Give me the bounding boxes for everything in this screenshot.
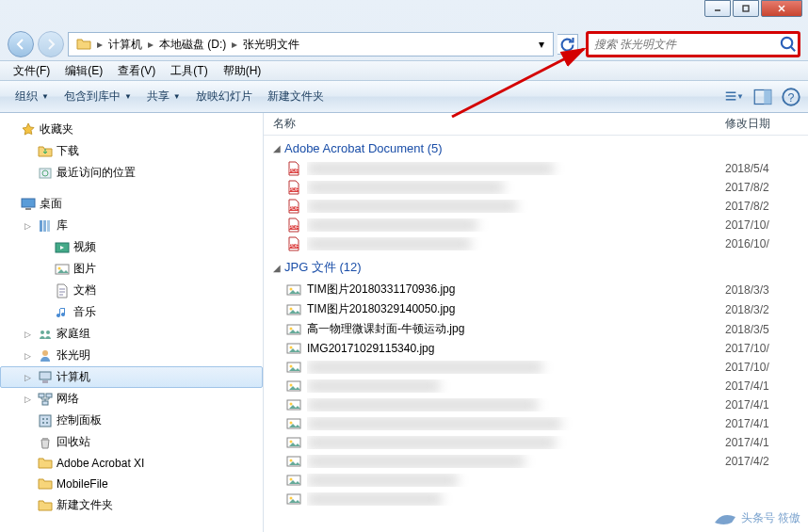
sidebar-item-图片[interactable]: 图片 (0, 258, 263, 280)
expand-icon[interactable] (21, 499, 34, 512)
expand-icon[interactable]: ▷ (21, 371, 34, 384)
file-row[interactable]: TIM图片20180329140050.jpg2018/3/2 (264, 299, 808, 319)
expand-icon[interactable]: ▷ (21, 328, 34, 341)
file-list[interactable]: 名称 修改日期 ◢Adobe Acrobat Document (5)PDFx2… (264, 113, 808, 532)
expand-icon[interactable] (21, 167, 34, 180)
sidebar-item-桌面[interactable]: 桌面 (0, 193, 263, 215)
file-row[interactable]: x2017/4/1 (264, 377, 808, 395)
sidebar-item-label: 桌面 (40, 196, 62, 212)
expand-icon[interactable] (38, 306, 51, 319)
file-date: 2017/10/ (725, 218, 799, 232)
file-row[interactable]: x2017/4/1 (264, 414, 808, 433)
computer-icon (38, 370, 53, 385)
sidebar-item-视频[interactable]: 视频 (0, 236, 263, 258)
file-date: 2017/10/ (725, 361, 799, 374)
file-row[interactable]: PDFx2017/8/2 (264, 197, 808, 216)
menu-view[interactable]: 查看(V) (110, 61, 163, 81)
file-row[interactable]: PDFx2017/8/2 (264, 178, 808, 197)
sidebar-item-文档[interactable]: 文档 (0, 280, 263, 301)
sidebar-item-库[interactable]: ▷库 (0, 215, 263, 236)
sidebar-item-网络[interactable]: ▷网络 (0, 388, 263, 410)
sidebar-item-张光明[interactable]: ▷张光明 (0, 345, 263, 366)
sidebar-item-下载[interactable]: 下载 (0, 140, 263, 162)
view-options-button[interactable]: ▼ (725, 88, 744, 106)
newfolder-label: 新建文件夹 (267, 89, 324, 105)
sidebar-item-控制面板[interactable]: 控制面板 (0, 410, 263, 431)
menu-edit[interactable]: 编辑(E) (57, 61, 110, 81)
maximize-button[interactable] (733, 0, 759, 17)
include-button[interactable]: 包含到库中▼ (57, 85, 139, 108)
file-row[interactable]: x (264, 490, 808, 508)
search-input[interactable] (589, 34, 779, 55)
refresh-button[interactable] (558, 34, 578, 55)
address-dropdown[interactable]: ▾ (532, 34, 549, 55)
file-row[interactable]: TIM图片20180331170936.jpg2018/3/3 (264, 280, 808, 299)
share-button[interactable]: 共享▼ (139, 85, 188, 108)
menu-help[interactable]: 帮助(H) (216, 61, 269, 81)
sidebar-item-Adobe Acrobat XI[interactable]: Adobe Acrobat XI (0, 453, 263, 474)
expand-icon[interactable] (4, 123, 17, 137)
video-icon (55, 240, 70, 255)
sidebar-item-label: 视频 (73, 239, 96, 255)
expand-icon[interactable]: ▷ (21, 393, 34, 406)
column-date[interactable]: 修改日期 (725, 116, 799, 132)
file-row[interactable]: x (264, 471, 808, 490)
expand-icon[interactable] (21, 414, 34, 427)
back-button[interactable] (8, 31, 34, 57)
recycle-icon (38, 435, 53, 450)
address-bar[interactable]: ▸ 计算机 ▸ 本地磁盘 (D:) ▸ 张光明文件 ▾ (68, 32, 554, 56)
menu-tools[interactable]: 工具(T) (163, 61, 215, 81)
organize-button[interactable]: 组织▼ (8, 85, 57, 108)
recent-icon (38, 166, 53, 181)
sidebar-item-音乐[interactable]: 音乐 (0, 301, 263, 323)
expand-icon[interactable] (21, 145, 34, 158)
forward-button[interactable] (38, 31, 64, 57)
expand-icon[interactable]: ▷ (21, 219, 34, 233)
sidebar-item-新建文件夹[interactable]: 新建文件夹 (0, 494, 263, 516)
slideshow-button[interactable]: 放映幻灯片 (188, 85, 260, 108)
sidebar-item-MobileFile[interactable]: MobileFile (0, 474, 263, 494)
group-header[interactable]: ◢Adobe Acrobat Document (5) (264, 136, 808, 159)
breadcrumb-folder[interactable]: 张光明文件 (239, 35, 303, 55)
search-icon[interactable] (779, 35, 798, 54)
breadcrumb-drive[interactable]: 本地磁盘 (D:) (155, 35, 230, 55)
file-row[interactable]: IMG20171029115340.jpg2017/10/ (264, 339, 808, 358)
expand-icon[interactable] (38, 241, 51, 254)
preview-pane-button[interactable] (753, 88, 772, 106)
sidebar-item-收藏夹[interactable]: 收藏夹 (0, 119, 263, 140)
expand-icon[interactable] (21, 457, 34, 470)
expand-icon[interactable] (4, 198, 17, 211)
file-row[interactable]: x2017/10/ (264, 358, 808, 377)
file-date: 2018/3/5 (725, 323, 799, 336)
newfolder-button[interactable]: 新建文件夹 (260, 85, 331, 108)
svg-point-58 (290, 384, 293, 387)
sidebar-item-家庭组[interactable]: ▷家庭组 (0, 323, 263, 345)
close-button[interactable] (761, 0, 802, 17)
file-row[interactable]: 高一物理微课封面-牛顿运动.jpg2018/3/5 (264, 319, 808, 339)
file-row[interactable]: x2017/4/2 (264, 452, 808, 471)
expand-icon[interactable] (21, 477, 34, 491)
expand-icon[interactable]: ▷ (21, 349, 34, 363)
column-name[interactable]: 名称 (273, 116, 725, 132)
menu-file[interactable]: 文件(F) (6, 61, 57, 81)
file-row[interactable]: PDFx2017/10/ (264, 216, 808, 234)
sidebar[interactable]: 收藏夹下载最近访问的位置桌面▷库视频图片文档音乐▷家庭组▷张光明▷计算机▷网络控… (0, 113, 264, 532)
sidebar-item-回收站[interactable]: 回收站 (0, 431, 263, 453)
column-header[interactable]: 名称 修改日期 (264, 113, 808, 136)
svg-rect-6 (726, 92, 736, 94)
group-header[interactable]: ◢JPG 文件 (12) (264, 253, 808, 280)
expand-icon[interactable] (21, 436, 34, 449)
expand-icon[interactable] (38, 284, 51, 298)
sidebar-item-计算机[interactable]: ▷计算机 (0, 366, 263, 388)
svg-point-54 (290, 347, 293, 349)
file-row[interactable]: PDFx2016/10/ (264, 234, 808, 253)
file-row[interactable]: PDFx2018/5/4 (264, 159, 808, 178)
help-button[interactable]: ? (782, 88, 800, 106)
minimize-button[interactable] (704, 0, 731, 17)
file-row[interactable]: x2017/4/1 (264, 395, 808, 414)
expand-icon[interactable] (38, 263, 51, 276)
sidebar-item-label: Adobe Acrobat XI (57, 457, 144, 470)
breadcrumb-computer[interactable]: 计算机 (105, 35, 146, 55)
sidebar-item-最近访问的位置[interactable]: 最近访问的位置 (0, 162, 263, 184)
file-row[interactable]: x2017/4/1 (264, 433, 808, 452)
